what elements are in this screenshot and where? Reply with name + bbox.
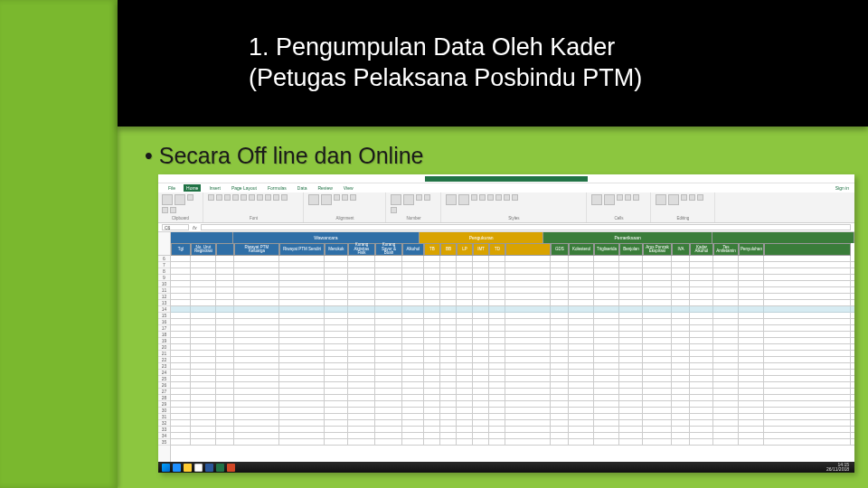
ribbon-button[interactable] [232, 194, 239, 201]
cell[interactable] [713, 300, 739, 305]
taskbar-chrome-icon[interactable] [194, 464, 203, 472]
cell[interactable] [375, 256, 402, 261]
cell[interactable] [325, 287, 348, 293]
cell[interactable] [594, 363, 619, 369]
cell[interactable] [424, 325, 440, 331]
ribbon-button[interactable] [403, 194, 414, 205]
cell[interactable] [764, 268, 851, 274]
cell[interactable] [713, 401, 739, 407]
cell[interactable] [473, 281, 489, 286]
cell[interactable] [505, 370, 551, 375]
cell[interactable] [325, 433, 348, 438]
cell[interactable] [569, 256, 594, 261]
cell[interactable] [402, 414, 424, 419]
cell[interactable] [191, 382, 216, 388]
cell[interactable] [505, 256, 551, 261]
cell[interactable] [216, 256, 234, 261]
ribbon-button[interactable] [391, 194, 401, 205]
row-header[interactable]: 13 [158, 300, 170, 306]
cell[interactable] [457, 433, 473, 438]
cell[interactable] [279, 395, 325, 400]
ribbon-tab-home[interactable]: Home [184, 184, 201, 192]
table-row[interactable] [171, 401, 854, 408]
cell[interactable] [569, 401, 594, 407]
cell[interactable] [690, 433, 713, 438]
cell[interactable] [424, 363, 440, 369]
cell[interactable] [234, 395, 279, 400]
cell[interactable] [325, 370, 348, 375]
taskbar-ie-icon[interactable] [173, 464, 181, 472]
cell[interactable] [457, 338, 473, 343]
cell[interactable] [216, 363, 234, 369]
cell[interactable] [424, 319, 440, 324]
name-box[interactable]: C6 [162, 224, 189, 230]
cell[interactable] [171, 256, 191, 261]
cell[interactable] [191, 294, 216, 299]
cell[interactable] [440, 395, 457, 400]
cell[interactable] [764, 281, 851, 286]
cell[interactable] [713, 294, 739, 299]
cell[interactable] [216, 382, 234, 388]
cell[interactable] [457, 287, 473, 293]
cell[interactable] [619, 382, 643, 388]
cell[interactable] [569, 325, 594, 331]
cell[interactable] [594, 401, 619, 407]
column-header[interactable]: Kolesterol [569, 243, 594, 256]
cell[interactable] [672, 427, 690, 432]
cell[interactable] [216, 287, 234, 293]
cell[interactable] [690, 408, 713, 413]
cell[interactable] [619, 294, 643, 299]
column-header[interactable] [764, 243, 851, 256]
cell[interactable] [216, 414, 234, 419]
cell[interactable] [402, 389, 424, 394]
cell[interactable] [348, 268, 375, 274]
cell[interactable] [402, 287, 424, 293]
cell[interactable] [234, 275, 279, 280]
cell[interactable] [216, 370, 234, 375]
cell[interactable] [440, 408, 457, 413]
cell[interactable] [191, 401, 216, 407]
cell[interactable] [348, 363, 375, 369]
cell[interactable] [325, 313, 348, 318]
cell[interactable] [739, 338, 764, 343]
cell[interactable] [279, 363, 325, 369]
cell[interactable] [690, 294, 713, 299]
cell[interactable] [191, 332, 216, 337]
cell[interactable] [690, 389, 713, 394]
cell[interactable] [402, 319, 424, 324]
cell[interactable] [279, 370, 325, 375]
cell[interactable] [643, 439, 672, 445]
cell[interactable] [279, 376, 325, 381]
cell[interactable] [473, 256, 489, 261]
cell[interactable] [643, 256, 672, 261]
cell[interactable] [171, 281, 191, 286]
table-row[interactable] [171, 363, 854, 370]
cell[interactable] [473, 268, 489, 274]
cell[interactable] [279, 382, 325, 388]
cell[interactable] [402, 439, 424, 445]
sign-in-link[interactable]: Sign in [835, 185, 849, 191]
column-header[interactable]: Trigliserida [594, 243, 619, 256]
cell[interactable] [619, 439, 643, 445]
cell[interactable] [375, 344, 402, 350]
cell[interactable] [325, 268, 348, 274]
cell[interactable] [619, 275, 643, 280]
cell[interactable] [171, 275, 191, 280]
cell[interactable] [690, 262, 713, 267]
cell[interactable] [713, 414, 739, 419]
cell[interactable] [473, 420, 489, 426]
cell[interactable] [424, 420, 440, 426]
cell[interactable] [672, 389, 690, 394]
cell[interactable] [713, 262, 739, 267]
ribbon-button[interactable] [249, 194, 255, 201]
cell[interactable] [739, 427, 764, 432]
cell[interactable] [569, 281, 594, 286]
cell[interactable] [457, 439, 473, 445]
ribbon-button[interactable] [170, 207, 176, 213]
cell[interactable] [457, 363, 473, 369]
cell[interactable] [325, 376, 348, 381]
row-header[interactable]: 21 [158, 351, 170, 357]
cell[interactable] [643, 268, 672, 274]
cell[interactable] [216, 389, 234, 394]
cell[interactable] [216, 395, 234, 400]
